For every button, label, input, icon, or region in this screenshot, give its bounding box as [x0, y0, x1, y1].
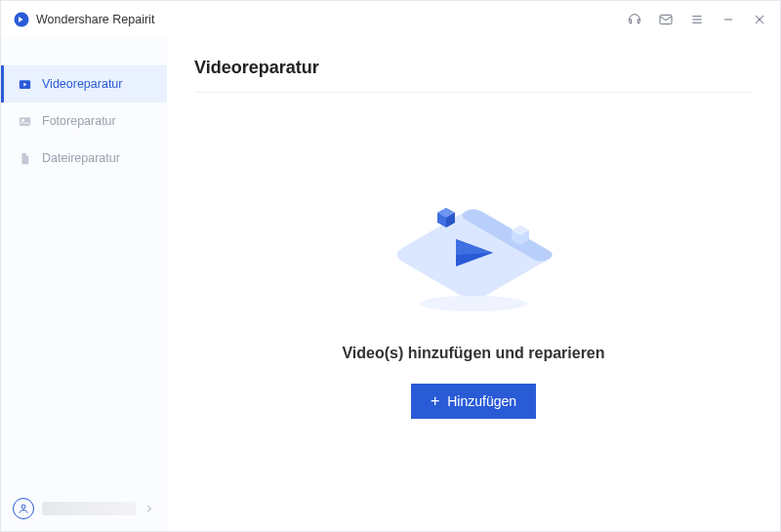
sidebar-item-label: Videoreparatur	[42, 77, 122, 91]
titlebar-right	[626, 11, 768, 28]
account-name-placeholder	[42, 502, 136, 515]
video-illustration	[376, 177, 571, 323]
sidebar-item-label: Fotoreparatur	[42, 114, 116, 128]
photo-repair-icon	[17, 113, 32, 129]
chevron-right-icon[interactable]	[144, 503, 155, 514]
minimize-icon[interactable]	[719, 11, 737, 28]
app-title: Wondershare Repairit	[36, 13, 154, 26]
main-content: Videoreparatur	[167, 38, 780, 531]
menu-icon[interactable]	[688, 11, 706, 28]
sidebar-nav: Videoreparatur Fotoreparatur Dateirepara…	[1, 38, 167, 177]
svg-point-21	[420, 296, 527, 311]
mail-icon[interactable]	[657, 11, 675, 28]
svg-rect-1	[660, 15, 672, 23]
empty-state: Video(s) hinzufügen und reparieren + Hin…	[194, 93, 753, 531]
svg-point-11	[21, 505, 25, 509]
support-icon[interactable]	[626, 11, 643, 28]
sidebar: Videoreparatur Fotoreparatur Dateirepara…	[1, 38, 167, 531]
app-logo-icon	[13, 11, 30, 28]
body: Videoreparatur Fotoreparatur Dateirepara…	[1, 38, 780, 531]
sidebar-item-photo-repair[interactable]: Fotoreparatur	[1, 102, 167, 140]
empty-state-text: Video(s) hinzufügen und reparieren	[342, 345, 604, 362]
plus-icon: +	[431, 393, 439, 409]
add-button-label: Hinzufügen	[447, 393, 516, 409]
app-window: Wondershare Repairit	[0, 0, 781, 532]
video-repair-icon	[17, 76, 32, 92]
sidebar-footer	[1, 488, 167, 531]
file-repair-icon	[17, 150, 32, 166]
titlebar-left: Wondershare Repairit	[13, 11, 154, 28]
account-avatar-icon[interactable]	[13, 498, 34, 519]
page-title: Videoreparatur	[194, 58, 753, 93]
add-button[interactable]: + Hinzufügen	[411, 384, 536, 419]
sidebar-item-label: Dateireparatur	[42, 151, 120, 165]
sidebar-item-file-repair[interactable]: Dateireparatur	[1, 140, 167, 177]
close-icon[interactable]	[751, 11, 768, 28]
sidebar-item-video-repair[interactable]: Videoreparatur	[1, 65, 167, 102]
titlebar: Wondershare Repairit	[1, 1, 780, 38]
